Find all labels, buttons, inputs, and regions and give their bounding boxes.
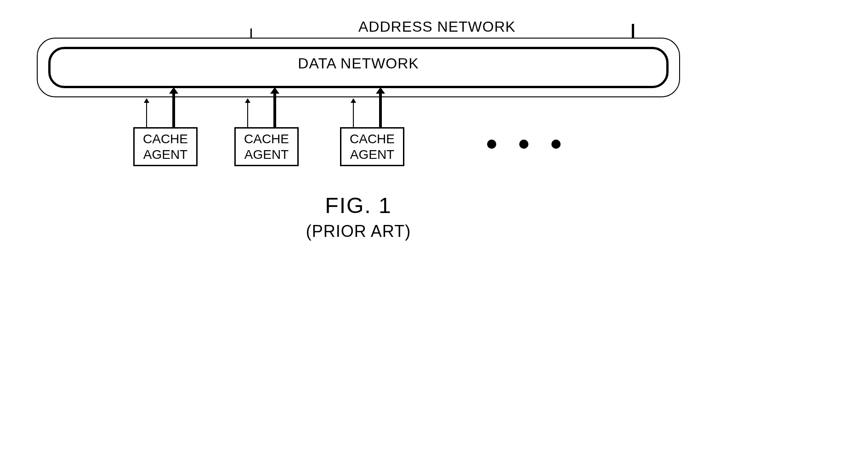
thick-arrow-icon	[172, 93, 175, 127]
thick-arrow-icon	[273, 93, 276, 127]
cache-agent-box: CACHEAGENT	[234, 127, 299, 166]
data-network-label: DATA NETWORK	[298, 55, 419, 72]
thin-arrow-icon	[353, 102, 354, 127]
agent-label-line1: CACHE	[350, 131, 395, 147]
figure-subtitle: (PRIOR ART)	[37, 222, 680, 241]
agent-label-line2: AGENT	[244, 147, 289, 163]
agent-label-line1: CACHE	[143, 131, 188, 147]
agent-label-line1: CACHE	[244, 131, 289, 147]
cache-agent-box: CACHEAGENT	[340, 127, 404, 166]
figure-caption: FIG. 1 (PRIOR ART)	[37, 193, 680, 241]
tick-mark-1	[250, 28, 252, 38]
data-network-box: DATA NETWORK	[48, 47, 669, 88]
dot-icon	[519, 140, 528, 149]
tick-mark-2	[632, 24, 634, 38]
dot-icon	[487, 140, 496, 149]
thin-arrow-icon	[146, 102, 147, 127]
thick-arrow-icon	[379, 93, 382, 127]
address-network-label: ADDRESS NETWORK	[358, 18, 516, 35]
ellipsis-dots	[487, 140, 561, 149]
dot-icon	[551, 140, 561, 149]
thin-arrow-icon	[247, 102, 248, 127]
agent-label-line2: AGENT	[350, 147, 394, 163]
cache-agent-box: CACHEAGENT	[133, 127, 198, 166]
agent-label-line2: AGENT	[143, 147, 187, 163]
figure-number: FIG. 1	[37, 193, 680, 218]
